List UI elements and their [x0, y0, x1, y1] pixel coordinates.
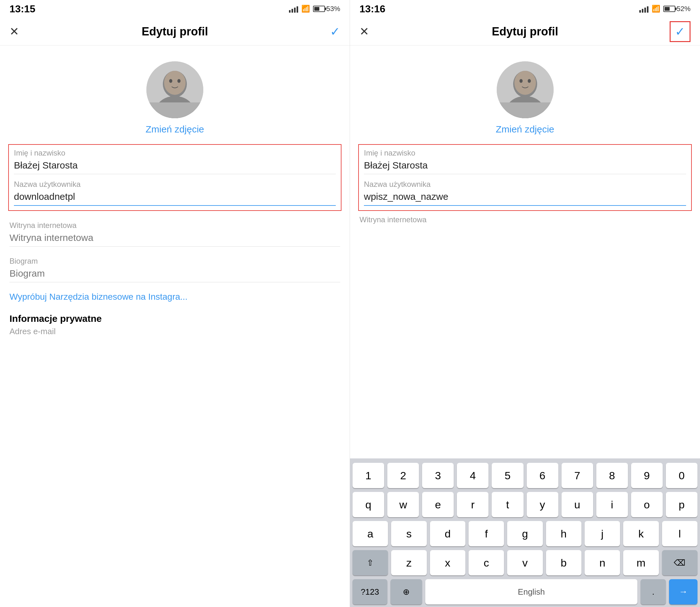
- key-w[interactable]: w: [387, 492, 419, 517]
- key-f[interactable]: f: [469, 521, 504, 546]
- left-change-photo-button[interactable]: Zmień zdjęcie: [145, 124, 204, 135]
- key-c[interactable]: c: [469, 550, 504, 575]
- left-app-bar: ✕ Edytuj profil ✓: [0, 18, 350, 45]
- right-full-name-label: Imię i nazwisko: [364, 149, 686, 158]
- left-status-bar: 13:15 📶 53%: [0, 0, 350, 18]
- key-1[interactable]: 1: [352, 463, 384, 488]
- key-d[interactable]: d: [430, 521, 466, 546]
- key-e[interactable]: e: [422, 492, 454, 517]
- key-j[interactable]: j: [584, 521, 620, 546]
- left-wifi-icon: 📶: [301, 5, 310, 13]
- left-time: 13:15: [9, 3, 36, 15]
- keyboard-numbers-row: 1 2 3 4 5 6 7 8 9 0: [352, 463, 698, 488]
- svg-point-13: [528, 79, 531, 83]
- key-o[interactable]: o: [631, 492, 663, 517]
- key-x[interactable]: x: [430, 550, 466, 575]
- svg-rect-15: [497, 102, 554, 118]
- key-r[interactable]: r: [457, 492, 489, 517]
- left-full-name-input[interactable]: [14, 160, 336, 174]
- key-v[interactable]: v: [507, 550, 542, 575]
- key-h[interactable]: h: [546, 521, 581, 546]
- right-app-bar: ✕ Edytuj profil ✓: [350, 18, 700, 45]
- svg-point-11: [514, 71, 536, 95]
- period-key[interactable]: .: [641, 579, 666, 605]
- key-8[interactable]: 8: [596, 463, 628, 488]
- keyboard-bottom-row: ?123 ⊕ English . →: [352, 579, 698, 605]
- right-username-input[interactable]: [364, 191, 686, 206]
- key-i[interactable]: i: [596, 492, 628, 517]
- left-username-input[interactable]: [14, 191, 336, 206]
- key-7[interactable]: 7: [561, 463, 593, 488]
- right-signal-icon: [639, 5, 648, 13]
- keyboard: 1 2 3 4 5 6 7 8 9 0 q w e r t y u i o p …: [350, 458, 700, 607]
- key-3[interactable]: 3: [422, 463, 454, 488]
- key-l[interactable]: l: [662, 521, 698, 546]
- keyboard-row-3: ⇧ z x c v b n m ⌫: [352, 550, 698, 575]
- key-0[interactable]: 0: [666, 463, 698, 488]
- left-battery: 53%: [313, 5, 340, 13]
- key-u[interactable]: u: [561, 492, 593, 517]
- right-check-button[interactable]: ✓: [670, 21, 691, 42]
- key-a[interactable]: a: [352, 521, 388, 546]
- left-username-label: Nazwa użytkownika: [14, 180, 336, 189]
- left-business-link[interactable]: Wypróbuj Narzędzia biznesowe na Instagra…: [9, 292, 340, 302]
- space-key[interactable]: English: [425, 579, 637, 605]
- right-battery: 52%: [663, 5, 691, 13]
- key-y[interactable]: y: [527, 492, 558, 517]
- left-bio-label: Biogram: [9, 257, 340, 266]
- key-4[interactable]: 4: [457, 463, 489, 488]
- svg-point-12: [519, 79, 523, 83]
- right-change-photo-button[interactable]: Zmień zdjęcie: [496, 124, 554, 135]
- key-p[interactable]: p: [666, 492, 698, 517]
- left-profile-section: Zmień zdjęcie: [0, 45, 350, 144]
- right-phone-panel: 13:16 📶 52% ✕ Edytuj profil ✓: [350, 0, 700, 607]
- key-9[interactable]: 9: [631, 463, 663, 488]
- key-n[interactable]: n: [584, 550, 620, 575]
- right-form-section: Imię i nazwisko Nazwa użytkownika Witryn…: [350, 144, 700, 227]
- key-6[interactable]: 6: [527, 463, 558, 488]
- right-time: 13:16: [359, 3, 386, 15]
- right-website-label: Witryna internetowa: [359, 215, 691, 224]
- left-close-button[interactable]: ✕: [9, 26, 19, 37]
- left-bio-group: Biogram: [9, 251, 340, 282]
- right-profile-section: Zmień zdjęcie: [350, 45, 700, 144]
- left-check-button[interactable]: ✓: [330, 25, 340, 39]
- key-b[interactable]: b: [546, 550, 581, 575]
- left-battery-icon: [313, 6, 325, 12]
- right-username-label: Nazwa użytkownika: [364, 180, 686, 189]
- right-battery-icon: [663, 6, 675, 12]
- key-s[interactable]: s: [391, 521, 427, 546]
- key-m[interactable]: m: [623, 550, 659, 575]
- right-avatar[interactable]: [497, 61, 554, 118]
- svg-point-4: [169, 79, 172, 83]
- right-full-name-input[interactable]: [364, 160, 686, 174]
- globe-key[interactable]: ⊕: [390, 579, 422, 605]
- left-bio-input[interactable]: [9, 268, 340, 282]
- key-z[interactable]: z: [391, 550, 427, 575]
- key-t[interactable]: t: [492, 492, 523, 517]
- return-key[interactable]: →: [669, 579, 698, 605]
- left-form-section: Imię i nazwisko Nazwa użytkownika Witryn…: [0, 144, 350, 607]
- keyboard-row-1: q w e r t y u i o p: [352, 492, 698, 517]
- left-signal-icon: [289, 5, 298, 13]
- key-5[interactable]: 5: [492, 463, 523, 488]
- left-website-label: Witryna internetowa: [9, 221, 340, 230]
- key-g[interactable]: g: [507, 521, 542, 546]
- right-wifi-icon: 📶: [652, 5, 660, 13]
- right-page-title: Edytuj profil: [492, 25, 558, 38]
- right-close-button[interactable]: ✕: [359, 26, 369, 37]
- left-avatar[interactable]: [146, 61, 203, 118]
- key-2[interactable]: 2: [387, 463, 419, 488]
- key-q[interactable]: q: [352, 492, 384, 517]
- left-phone-panel: 13:15 📶 53% ✕ Edytuj profil ✓: [0, 0, 350, 607]
- shift-key[interactable]: ⇧: [352, 550, 388, 575]
- left-email-label: Adres e-mail: [9, 327, 340, 336]
- right-status-bar: 13:16 📶 52%: [350, 0, 700, 18]
- num-key[interactable]: ?123: [352, 579, 387, 605]
- right-battery-pct: 52%: [677, 5, 691, 13]
- left-battery-pct: 53%: [326, 5, 340, 13]
- left-website-input[interactable]: [9, 232, 340, 247]
- key-k[interactable]: k: [623, 521, 659, 546]
- backspace-key[interactable]: ⌫: [662, 550, 698, 575]
- left-page-title: Edytuj profil: [142, 25, 208, 38]
